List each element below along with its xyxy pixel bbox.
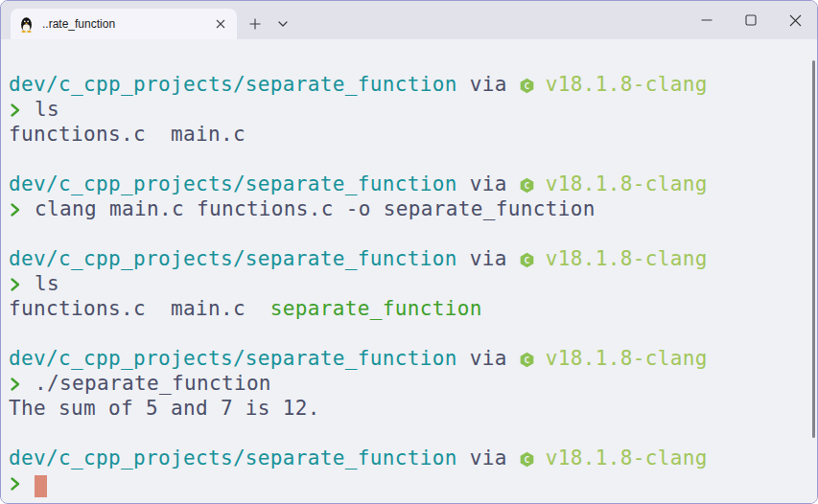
window-controls: [685, 1, 817, 39]
maximize-icon: [745, 14, 757, 26]
svg-text:C: C: [524, 355, 529, 365]
terminal-line: [9, 147, 809, 172]
close-icon: [789, 14, 802, 27]
terminal-text: clang main.c functions.c -o separate_fun…: [22, 197, 596, 220]
terminal-line: [9, 221, 809, 246]
terminal-text: v18.1.8-clang: [533, 447, 708, 470]
prompt-chevron-icon: [9, 371, 22, 396]
c-lang-icon: C: [520, 72, 533, 97]
tab-dropdown-button[interactable]: [270, 11, 295, 37]
terminal-text: [22, 471, 35, 494]
terminal-text: v18.1.8-clang: [533, 172, 708, 195]
terminal-line: [9, 421, 809, 446]
terminal-line: [9, 470, 809, 495]
svg-text:C: C: [524, 80, 529, 91]
terminal-text: ls: [22, 272, 59, 295]
terminal-text: v18.1.8-clang: [533, 347, 708, 370]
terminal-window: ..rate_function: [0, 0, 818, 504]
close-button[interactable]: [773, 1, 817, 39]
terminal-text: ./separate_function: [22, 372, 271, 395]
tab-separate-function[interactable]: ..rate_function: [11, 9, 237, 39]
svg-text:C: C: [524, 180, 529, 191]
new-tab-button[interactable]: [241, 11, 269, 37]
terminal-text: via: [457, 447, 520, 470]
terminal-text: The sum of 5 and 7 is 12.: [9, 397, 320, 420]
terminal-line: dev/c_cpp_projects/separate_function via…: [9, 446, 809, 470]
maximize-button[interactable]: [729, 1, 773, 39]
terminal-text: separate_function: [270, 297, 482, 320]
new-tab-plus-icon: [249, 18, 261, 30]
prompt-chevron-icon: [9, 97, 22, 122]
terminal-text: dev/c_cpp_projects/separate_function: [9, 347, 457, 370]
terminal-line: functions.c main.c separate_function: [9, 296, 809, 321]
scrollbar-thumb[interactable]: [812, 60, 815, 438]
terminal-text: functions.c main.c: [9, 123, 245, 146]
minimize-icon: [701, 14, 713, 26]
tab-close-icon: [216, 19, 225, 29]
terminal-line: ./separate_function: [9, 371, 809, 396]
terminal-text: functions.c main.c: [9, 297, 270, 320]
prompt-chevron-icon: [9, 196, 22, 221]
terminal-text: via: [457, 247, 520, 270]
terminal-text: dev/c_cpp_projects/separate_function: [9, 172, 457, 195]
terminal-text: via: [457, 347, 520, 370]
terminal-text: v18.1.8-clang: [533, 247, 708, 270]
cursor-block: [35, 475, 47, 497]
terminal-text: via: [457, 73, 520, 96]
terminal-line: The sum of 5 and 7 is 12.: [9, 396, 809, 421]
terminal-line: dev/c_cpp_projects/separate_function via…: [9, 172, 809, 196]
terminal-text: dev/c_cpp_projects/separate_function: [9, 247, 457, 270]
c-lang-icon: C: [520, 346, 533, 371]
titlebar[interactable]: ..rate_function: [1, 1, 817, 39]
terminal-line: [9, 321, 809, 346]
terminal-text: via: [457, 172, 520, 195]
terminal-line: ls: [9, 271, 809, 296]
terminal-text: v18.1.8-clang: [533, 73, 708, 96]
terminal-text: dev/c_cpp_projects/separate_function: [9, 447, 457, 470]
linux-tux-icon: [19, 16, 34, 33]
terminal-text: ls: [22, 98, 59, 121]
terminal-line: functions.c main.c: [9, 122, 809, 147]
tab-close-button[interactable]: [210, 13, 231, 34]
chevron-down-icon: [278, 21, 288, 27]
c-lang-icon: C: [520, 446, 533, 470]
prompt-chevron-icon: [9, 470, 22, 495]
terminal-line: dev/c_cpp_projects/separate_function via…: [9, 72, 809, 97]
minimize-button[interactable]: [685, 1, 729, 39]
c-lang-icon: C: [520, 246, 533, 271]
terminal-line: dev/c_cpp_projects/separate_function via…: [9, 246, 809, 271]
c-lang-icon: C: [520, 172, 533, 196]
svg-text:C: C: [524, 255, 529, 265]
terminal-line: clang main.c functions.c -o separate_fun…: [9, 196, 809, 221]
terminal-content[interactable]: dev/c_cpp_projects/separate_function via…: [1, 39, 817, 503]
terminal-line: ls: [9, 97, 809, 122]
svg-text:C: C: [524, 454, 529, 465]
prompt-chevron-icon: [9, 271, 22, 296]
terminal-line: dev/c_cpp_projects/separate_function via…: [9, 346, 809, 371]
terminal-text: dev/c_cpp_projects/separate_function: [9, 73, 457, 96]
tab-title: ..rate_function: [42, 17, 210, 31]
